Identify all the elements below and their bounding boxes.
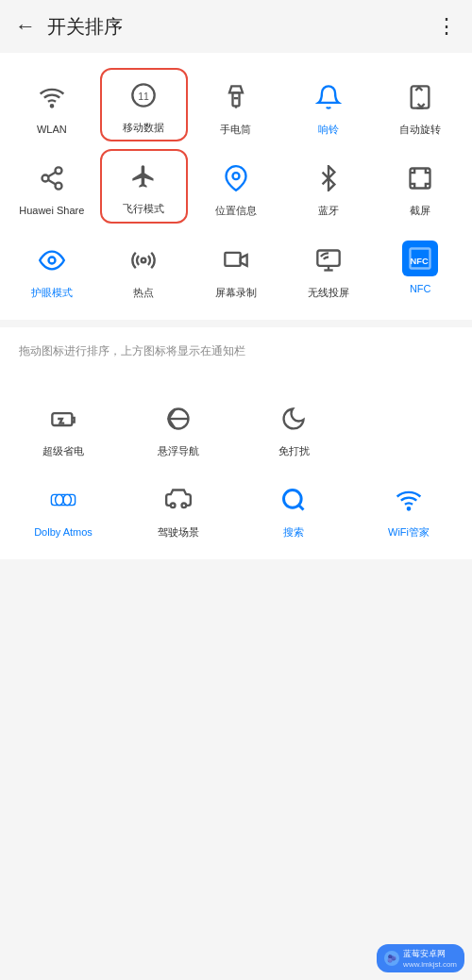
hotspot-label: 热点 [133,286,154,299]
airplane-icon-wrap [124,157,163,196]
mobile-data-icon-wrap: 11 [124,75,163,115]
page-title: 开关排序 [47,14,436,40]
floating-nav-item[interactable]: 悬浮导航 [123,390,234,463]
svg-point-21 [56,495,63,506]
bluetooth-label: 蓝牙 [318,204,339,217]
floating-icon [165,406,192,432]
search-icon-wrap [274,480,313,520]
battery-icon [50,406,76,432]
dolby-icon [50,487,76,513]
watermark-text: 蓝莓安卓网 www.lmkjst.com [403,948,457,969]
power-save-label: 超级省电 [42,444,84,457]
svg-line-10 [48,173,56,177]
back-button[interactable]: ← [15,14,36,39]
location-icon [223,165,249,191]
location-icon-wrap [216,158,256,198]
screenshot-icon-wrap [400,158,440,198]
screenshot-label: 截屏 [410,204,430,217]
wifi-manager-icon [396,487,422,513]
wireless-label: 无线投屏 [308,286,349,299]
airplane-icon [130,163,157,190]
floating-nav-label: 悬浮导航 [158,444,199,457]
share-icon-wrap [32,158,72,198]
header: ← 开关排序 ⋮ [0,0,472,53]
rotate-icon-wrap [400,77,440,117]
svg-point-6 [55,168,61,174]
search-label: 搜索 [283,525,304,539]
bluetooth-icon-wrap [309,158,348,198]
wlan-icon-wrap [32,77,72,117]
svg-text:11: 11 [139,91,150,102]
airplane-item[interactable]: 飞行模式 [100,149,189,223]
mobile-data-item[interactable]: 11 移动数据 [100,68,189,141]
dolby-item[interactable]: Dolby Atmos [8,471,119,544]
ringtone-item[interactable]: 响铃 [284,68,373,141]
flashlight-icon-wrap [216,77,256,117]
inactive-section: 超级省电 悬浮导航 免打扰 [0,382,472,560]
watermark-icon: 🫐 [384,951,399,966]
wlan-item[interactable]: WLAN [8,68,96,141]
svg-rect-17 [317,250,339,265]
hint-section: 拖动图标进行排序，上方图标将显示在通知栏 [0,327,472,382]
dolby-label: Dolby Atmos [34,525,93,539]
svg-line-27 [298,506,303,510]
bell-icon-wrap [309,77,348,117]
wifi-manager-icon-wrap [389,480,429,520]
huawei-share-item[interactable]: Huawei Share [8,149,96,223]
wireless-display-item[interactable]: 无线投屏 [284,231,373,305]
bluetooth-item[interactable]: 蓝牙 [284,149,373,223]
svg-rect-15 [225,252,240,265]
mobile-data-label: 移动数据 [123,121,164,134]
hotspot-item[interactable]: 热点 [100,231,189,305]
row-3: 护眼模式 热点 屏幕录制 [8,231,464,305]
nfc-item[interactable]: NFC NFC [376,231,464,305]
eye-icon [39,247,65,274]
location-item[interactable]: 位置信息 [192,149,280,223]
bell-icon [315,84,342,110]
nfc-icon-wrap: NFC [402,241,438,276]
power-save-item[interactable]: 超级省电 [8,390,119,463]
rotate-icon [407,84,433,110]
more-button[interactable]: ⋮ [436,14,457,39]
flashlight-icon [223,84,249,110]
inactive-row-1: 超级省电 悬浮导航 免打扰 [8,390,464,463]
floating-icon-wrap [159,399,198,439]
battery-icon-wrap [43,399,83,439]
wifi-manager-label: WiFi管家 [388,525,430,539]
eye-care-item[interactable]: 护眼模式 [8,231,96,305]
row-1: WLAN 11 移动数据 手电筒 [8,68,464,141]
svg-point-0 [51,105,53,107]
watermark: 🫐 蓝莓安卓网 www.lmkjst.com [377,944,464,972]
flashlight-item[interactable]: 手电筒 [192,68,280,141]
wlan-icon [39,84,65,110]
search-item[interactable]: 搜索 [238,471,349,544]
svg-line-9 [48,180,56,185]
wifi-manager-item[interactable]: WiFi管家 [353,471,464,544]
location-label: 位置信息 [215,204,257,217]
watermark-url: www.lmkjst.com [403,960,457,969]
hotspot-icon [130,247,157,274]
svg-point-22 [63,495,71,506]
dolby-icon-wrap [43,480,83,520]
svg-point-28 [408,507,410,509]
screenshot-item[interactable]: 截屏 [376,149,464,223]
auto-rotate-item[interactable]: 自动旋转 [376,68,464,141]
svg-point-11 [232,173,239,179]
share-icon [39,165,65,191]
svg-point-14 [142,257,146,262]
nfc-icon: NFC [407,245,433,272]
driving-item[interactable]: 驾驶场景 [123,471,234,544]
search-icon [280,487,307,513]
empty-slot [353,390,464,463]
nfc-label: NFC [410,282,431,295]
svg-point-8 [55,183,61,190]
active-section: WLAN 11 移动数据 手电筒 [0,53,472,320]
moon-icon-wrap [274,399,313,439]
mobile-data-icon: 11 [130,82,157,108]
no-disturb-label: 免打扰 [278,444,310,457]
no-disturb-item[interactable]: 免打扰 [238,390,349,463]
screen-record-item[interactable]: 屏幕录制 [192,231,280,305]
car-icon [165,487,192,513]
hint-text: 拖动图标进行排序，上方图标将显示在通知栏 [19,342,453,359]
ringtone-label: 响铃 [318,123,339,136]
